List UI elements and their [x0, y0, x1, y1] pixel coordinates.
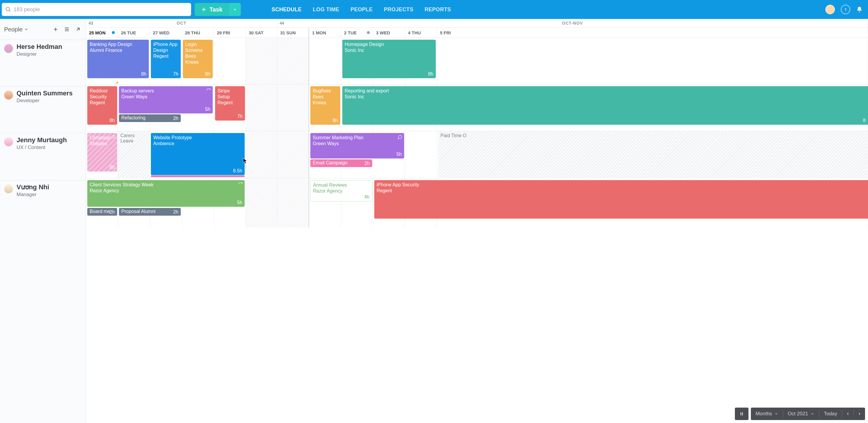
check-icon	[111, 135, 115, 139]
day-header-cell[interactable]: 26 TUE	[118, 28, 150, 38]
month-label: OCT-NOV	[562, 21, 583, 26]
pause-button[interactable]	[735, 407, 748, 420]
people-dropdown[interactable]: People	[4, 26, 28, 33]
task-card[interactable]: Login ScreensBees Knees 8h	[183, 40, 213, 78]
avatar	[4, 185, 13, 193]
search-input[interactable]	[2, 3, 191, 16]
day-header-cell[interactable]: 27 WED	[150, 28, 182, 38]
day-header-cell[interactable]: 4 THU	[405, 28, 437, 38]
person-role: Designer	[17, 51, 62, 57]
chevron-right-icon	[857, 412, 862, 416]
timeline-controls: Months Oct 2021 Today	[735, 407, 865, 420]
task-card[interactable]: Annual ReviewsRazor Agency 4h	[310, 180, 372, 201]
task-card[interactable]: Banking App DesignAlumni Finance 8h	[87, 40, 149, 78]
task-card[interactable]: Reporting and exportSonic Inc 8	[342, 86, 868, 125]
zoom-level-dropdown[interactable]: Months	[751, 407, 783, 420]
person-name: Quinten Summers	[17, 89, 72, 97]
task-card[interactable]: BugfixesBees Knees 8h	[310, 86, 340, 125]
next-button[interactable]	[854, 407, 865, 420]
list-view-button[interactable]	[63, 26, 70, 33]
svg-point-0	[6, 7, 10, 11]
sidebar-header: People	[0, 19, 86, 40]
leave-block[interactable]: Carers Leave	[118, 131, 150, 178]
people-sidebar: People Herse Hedman Designer	[0, 19, 86, 423]
task-card[interactable]: iPhone App SecurityRegent	[374, 180, 868, 219]
prev-button[interactable]	[842, 407, 854, 420]
week-number: 44	[280, 21, 284, 26]
week-number: 43	[89, 21, 93, 26]
repeat-icon	[238, 182, 243, 187]
task-card[interactable]: Stripe SetupRegent 7h	[215, 86, 245, 120]
task-card[interactable]: Refactoring 2h	[119, 114, 181, 122]
task-card[interactable]: Website PrototypeAmbience 8.5h	[151, 133, 245, 175]
new-task-button[interactable]: Task	[195, 3, 229, 16]
day-header-cell[interactable]: 30 SAT	[246, 28, 277, 38]
overflow-indicator-icon	[116, 81, 118, 84]
schedule-timeline[interactable]: 43 OCT 44 OCT-NOV 25 MON 26 TUE 27 WED 2…	[86, 19, 868, 423]
day-header-cell[interactable]: 2 TUE	[341, 28, 373, 38]
avatar	[4, 91, 13, 100]
task-card[interactable]: Summer Marketing PlanGreen Ways 5h	[310, 133, 404, 159]
svg-line-1	[9, 10, 10, 11]
task-card[interactable]: Board me 2h	[87, 208, 117, 216]
task-card[interactable]: Homepage DesignSonic Inc 8h	[342, 40, 436, 78]
today-button[interactable]: Today	[819, 407, 842, 420]
task-card[interactable]: Proposal Alumni 2h	[119, 208, 181, 216]
nav-reports[interactable]: REPORTS	[424, 1, 452, 19]
user-avatar[interactable]	[826, 5, 835, 14]
task-card[interactable]: Client Services Strategy WeekRazor Agenc…	[87, 180, 245, 207]
new-task-dropdown[interactable]	[229, 3, 241, 16]
day-header-cell[interactable]: 3 WED	[373, 28, 405, 38]
task-card[interactable]: CampaignSharpes 8h	[87, 133, 117, 171]
task-card[interactable]: iPhone App DesignRegent 7h	[151, 40, 181, 78]
nav-people[interactable]: PEOPLE	[350, 1, 373, 19]
search-wrap	[2, 3, 191, 16]
task-button-group: Task	[195, 3, 241, 16]
svg-rect-11	[741, 412, 741, 416]
person-row[interactable]: Herse Hedman Designer	[0, 40, 86, 86]
person-name: Jenny Murtaugh	[17, 136, 67, 144]
repeat-icon	[206, 88, 211, 93]
chevron-left-icon	[846, 412, 850, 416]
nav-schedule[interactable]: SCHEDULE	[271, 1, 302, 19]
day-header-cell[interactable]: 29 FRI	[214, 28, 246, 38]
topbar: Task SCHEDULE LOG TIME PEOPLE PROJECTS R…	[0, 0, 868, 19]
add-person-button[interactable]	[52, 26, 59, 33]
day-header-cell[interactable]: 1 MON	[309, 28, 341, 38]
day-header: 25 MON 26 TUE 27 WED 28 THU 29 FRI 30 SA…	[86, 27, 868, 38]
day-header-cell[interactable]: 31 SUN	[277, 28, 309, 38]
avatar	[4, 137, 13, 146]
day-header-cell[interactable]: 25 MON	[86, 28, 118, 38]
day-header-cell[interactable]: 28 THU	[182, 28, 214, 38]
person-row[interactable]: Vương Nhi Manager	[0, 180, 86, 227]
task-button-label: Task	[210, 6, 222, 13]
chevron-down-icon	[24, 27, 28, 31]
today-dot-icon	[112, 31, 115, 34]
help-icon[interactable]	[841, 5, 850, 14]
person-row[interactable]: Jenny Murtaugh UX / Content	[0, 133, 86, 180]
popout-button[interactable]	[74, 26, 82, 33]
task-card[interactable]: Email Campaign 2h	[310, 159, 372, 167]
chevron-down-icon	[811, 412, 814, 416]
person-role: Manager	[17, 192, 49, 198]
week-header: 43 OCT 44 OCT-NOV	[86, 19, 868, 27]
topbar-right	[826, 5, 866, 14]
leave-block[interactable]: Paid Time O	[438, 131, 868, 178]
search-icon	[5, 6, 11, 12]
person-name: Vương Nhi	[17, 184, 49, 191]
nav-logtime[interactable]: LOG TIME	[312, 1, 340, 19]
day-dot-icon	[367, 31, 370, 34]
person-role: UX / Content	[17, 145, 67, 150]
task-card[interactable]: Backup serversGreen Ways 5h	[119, 86, 213, 113]
date-range-dropdown[interactable]: Oct 2021	[783, 407, 819, 420]
person-name: Herse Hedman	[17, 43, 62, 51]
avatar	[4, 44, 13, 53]
day-header-cell[interactable]: 5 FRI	[437, 28, 868, 38]
note-icon	[398, 135, 402, 140]
bell-icon[interactable]	[856, 6, 863, 13]
svg-rect-12	[742, 412, 743, 416]
person-row[interactable]: Quinten Summers Developer	[0, 86, 86, 133]
overallocation-bar	[151, 175, 245, 177]
nav-projects[interactable]: PROJECTS	[383, 1, 414, 19]
task-card[interactable]: Reddoor SecurityRegent 8h	[87, 86, 117, 125]
